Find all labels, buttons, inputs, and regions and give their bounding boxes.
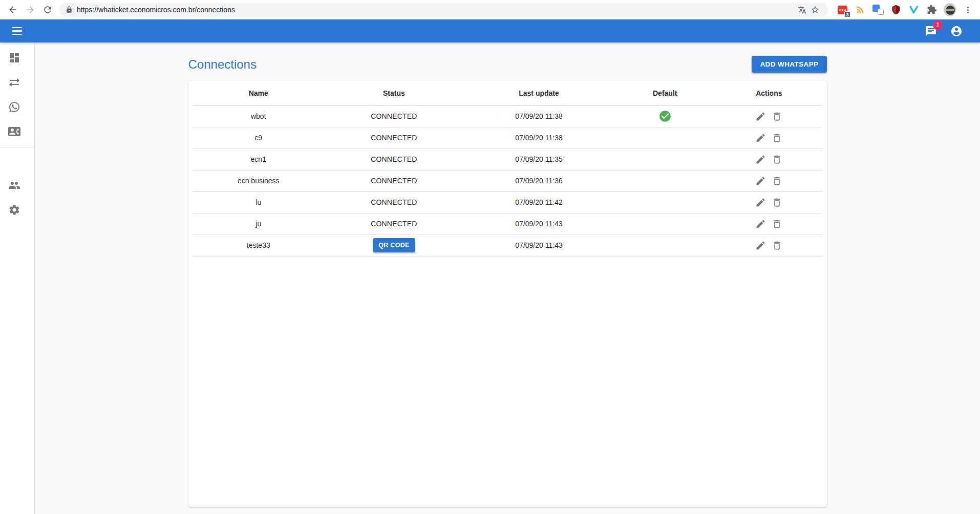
- connection-name: lu: [193, 191, 325, 213]
- extensions-puzzle-icon[interactable]: [926, 4, 938, 16]
- delete-connection-button[interactable]: [770, 109, 784, 123]
- translate-icon: [798, 6, 806, 14]
- sidebar-item-contacts[interactable]: [0, 119, 34, 144]
- url-text: https://whaticket.economicros.com.br/con…: [77, 6, 795, 14]
- connection-name: ju: [193, 213, 325, 234]
- edit-icon: [755, 219, 766, 229]
- contacts-icon: [8, 125, 20, 138]
- add-whatsapp-button[interactable]: ADD WHATSAPP: [752, 56, 826, 73]
- edit-connection-button[interactable]: [754, 109, 768, 123]
- delete-icon: [772, 197, 782, 208]
- edit-connection-button[interactable]: [754, 195, 768, 209]
- rss-extension-icon[interactable]: [854, 4, 866, 16]
- connection-last-update: 07/09/20 11:35: [463, 148, 614, 170]
- edit-icon: [755, 111, 766, 122]
- table-row: ju CONNECTED 07/09/20 11:43: [193, 213, 823, 234]
- users-icon: [8, 179, 20, 191]
- main-content: Connections ADD WHATSAPP Name Status Las…: [35, 42, 980, 514]
- sidebar-item-users[interactable]: [0, 173, 34, 198]
- messages-badge: 1: [933, 20, 943, 30]
- connection-status: CONNECTED: [371, 134, 417, 142]
- edit-icon: [755, 240, 766, 251]
- delete-connection-button[interactable]: [770, 217, 784, 231]
- address-bar[interactable]: https://whaticket.economicros.com.br/con…: [59, 3, 828, 17]
- connection-last-update: 07/09/20 11:43: [463, 213, 614, 234]
- sidebar-item-dashboard[interactable]: [0, 46, 34, 70]
- menu-icon: [12, 27, 22, 29]
- account-icon: [950, 25, 963, 37]
- table-row: lu CONNECTED 07/09/20 11:42: [193, 191, 823, 213]
- browser-menu-button[interactable]: [962, 4, 974, 16]
- edit-connection-button[interactable]: [754, 238, 768, 252]
- connection-last-update: 07/09/20 11:38: [463, 105, 614, 127]
- delete-connection-button[interactable]: [770, 238, 784, 252]
- connection-name: c9: [193, 127, 325, 148]
- connection-status: CONNECTED: [371, 198, 417, 206]
- edit-connection-button[interactable]: [754, 131, 768, 145]
- connection-last-update: 07/09/20 11:43: [463, 234, 614, 256]
- connections-tbody: wbot CONNECTED 07/09/20 11:38 c9 CONNECT…: [193, 105, 823, 256]
- connection-status: CONNECTED: [371, 112, 417, 120]
- page-title: Connections: [188, 57, 257, 72]
- table-row: teste33 QR CODE 07/09/20 11:43: [193, 234, 823, 256]
- column-header-last-update: Last update: [463, 81, 614, 105]
- bookmark-star-icon: [811, 5, 820, 14]
- edit-connection-button[interactable]: [754, 152, 768, 166]
- edit-icon: [755, 154, 766, 165]
- ublock-extension-icon[interactable]: [890, 4, 902, 16]
- account-button[interactable]: [949, 24, 964, 38]
- delete-icon: [772, 240, 782, 251]
- vimeo-extension-icon[interactable]: [908, 4, 920, 16]
- forward-button[interactable]: [22, 1, 39, 18]
- translate-extension-icon[interactable]: [872, 4, 884, 16]
- connection-name: teste33: [193, 234, 325, 256]
- profile-avatar[interactable]: [944, 4, 956, 16]
- table-row: wbot CONNECTED 07/09/20 11:38: [193, 105, 823, 127]
- reload-icon: [42, 5, 53, 15]
- connection-status: CONNECTED: [371, 155, 417, 163]
- dashboard-icon: [8, 52, 20, 64]
- delete-connection-button[interactable]: [770, 174, 784, 188]
- browser-toolbar: https://whaticket.economicros.com.br/con…: [0, 0, 980, 19]
- table-header-row: Name Status Last update Default Actions: [193, 81, 823, 105]
- edit-connection-button[interactable]: [754, 174, 768, 188]
- back-icon: [8, 5, 18, 15]
- edit-icon: [755, 197, 766, 208]
- app-bar: 1: [0, 19, 980, 42]
- connection-name: ecn1: [193, 148, 325, 170]
- delete-icon: [772, 133, 782, 143]
- delete-connection-button[interactable]: [770, 195, 784, 209]
- sidebar: [0, 42, 35, 514]
- delete-connection-button[interactable]: [770, 131, 784, 145]
- table-row: ecn business CONNECTED 07/09/20 11:36: [193, 170, 823, 191]
- menu-button[interactable]: [9, 22, 28, 40]
- connections-table: Name Status Last update Default Actions …: [193, 81, 823, 256]
- column-header-status: Status: [325, 81, 463, 105]
- back-button[interactable]: [4, 1, 22, 18]
- messages-button[interactable]: 1: [924, 24, 938, 38]
- connection-name: ecn business: [193, 170, 325, 191]
- reload-button[interactable]: [39, 1, 56, 18]
- delete-icon: [772, 111, 782, 122]
- sidebar-divider: [0, 147, 34, 147]
- connection-last-update: 07/09/20 11:42: [463, 191, 614, 213]
- sidebar-item-settings[interactable]: [0, 198, 34, 222]
- connections-icon: [8, 76, 20, 89]
- edit-connection-button[interactable]: [754, 217, 768, 231]
- connection-status: CONNECTED: [371, 177, 417, 185]
- edit-icon: [755, 133, 766, 143]
- sidebar-item-tickets[interactable]: [0, 95, 34, 119]
- column-header-default: Default: [614, 81, 715, 105]
- bookmark-button[interactable]: [808, 3, 822, 16]
- chat-extension-icon[interactable]: 3: [836, 4, 848, 16]
- connections-card: Name Status Last update Default Actions …: [188, 81, 827, 507]
- connection-name: wbot: [193, 105, 325, 127]
- connection-last-update: 07/09/20 11:36: [463, 170, 614, 191]
- sidebar-item-connections[interactable]: [0, 70, 34, 95]
- translate-page-button[interactable]: [795, 3, 808, 16]
- qr-code-button[interactable]: QR CODE: [373, 238, 415, 252]
- settings-icon: [8, 204, 20, 216]
- extension-badge: 3: [844, 11, 850, 17]
- lock-icon: [66, 6, 73, 13]
- delete-connection-button[interactable]: [770, 152, 784, 166]
